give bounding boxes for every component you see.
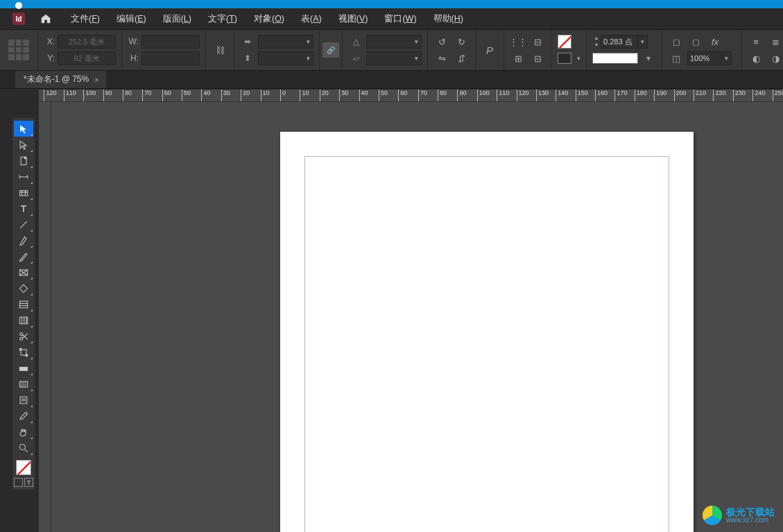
- document-tab-title: *未命名-1 @ 75%: [24, 74, 89, 85]
- stroke-swatch-icon[interactable]: [558, 53, 571, 64]
- watermark: 极光下载站 www.xz7.com: [703, 506, 775, 525]
- menu-view[interactable]: 视图(V): [332, 13, 375, 25]
- x-input[interactable]: 252.5 毫米: [58, 35, 116, 49]
- page-tool[interactable]: [14, 153, 33, 169]
- hand-tool[interactable]: [14, 424, 33, 440]
- document-tab[interactable]: *未命名-1 @ 75% ×: [15, 71, 106, 88]
- zoom-tool[interactable]: [14, 440, 33, 456]
- rotate-icon[interactable]: △: [348, 35, 363, 49]
- distribute-icon[interactable]: ⊞: [510, 51, 526, 66]
- line-tool[interactable]: [14, 216, 33, 232]
- text-wrap-around-icon[interactable]: ≣: [767, 34, 783, 49]
- shear-input[interactable]: [366, 51, 422, 65]
- app-logo-icon: Id: [12, 12, 25, 25]
- constrain-proportions-icon[interactable]: ⛓: [212, 42, 228, 58]
- opacity-icon[interactable]: ◫: [668, 51, 685, 66]
- canvas-area[interactable]: [51, 102, 783, 532]
- scale-x-icon[interactable]: ⬌: [240, 35, 255, 49]
- apply-color-icon[interactable]: [14, 478, 23, 487]
- menu-layout[interactable]: 版面(L): [156, 13, 198, 25]
- color-theme-tool[interactable]: [14, 408, 33, 424]
- menu-window[interactable]: 窗口(W): [377, 13, 423, 25]
- svg-rect-9: [26, 354, 27, 356]
- feather-icon[interactable]: ◑: [767, 51, 783, 66]
- distribute-vertical-icon[interactable]: ⊟: [529, 51, 546, 66]
- fill-swatch-none-icon[interactable]: [558, 35, 571, 49]
- svg-point-6: [20, 337, 23, 340]
- align-panel-icon[interactable]: ⋮⋮: [510, 34, 526, 49]
- stroke-style-dropdown-icon[interactable]: ▾: [641, 51, 656, 65]
- selection-tool[interactable]: [14, 121, 33, 137]
- menu-object[interactable]: 对象(O): [247, 13, 291, 25]
- rotate-ccw-icon[interactable]: ↺: [433, 34, 450, 49]
- step-up-icon[interactable]: ▲: [592, 35, 601, 42]
- scale-x-input[interactable]: [258, 35, 313, 49]
- pencil-tool[interactable]: [14, 248, 33, 264]
- home-icon[interactable]: [37, 10, 54, 27]
- clip-indicator-icon[interactable]: 🔗: [322, 42, 339, 58]
- menu-table[interactable]: 表(A): [294, 13, 329, 25]
- rectangle-frame-tool[interactable]: [14, 264, 33, 280]
- corner-options-icon[interactable]: ◻: [668, 34, 685, 49]
- vertical-ruler[interactable]: [39, 102, 51, 532]
- scale-y-icon[interactable]: ⬍: [240, 51, 255, 65]
- menu-help[interactable]: 帮助(H): [427, 13, 470, 25]
- svg-rect-12: [20, 397, 27, 404]
- fill-stroke-swatch[interactable]: [16, 460, 31, 475]
- pen-tool[interactable]: [14, 232, 33, 248]
- content-collector-tool[interactable]: [14, 185, 33, 200]
- gradient-feather-tool[interactable]: [14, 376, 33, 392]
- reference-point-selector[interactable]: [8, 40, 29, 60]
- scale-y-input[interactable]: [258, 51, 313, 65]
- stroke-weight-stepper[interactable]: ▲▼ ▾: [592, 34, 648, 49]
- watermark-line2: www.xz7.com: [726, 517, 775, 524]
- opacity-input[interactable]: [687, 51, 722, 65]
- y-input[interactable]: 92 毫米: [58, 51, 116, 65]
- effects-button[interactable]: fx: [707, 34, 723, 49]
- step-down-icon[interactable]: ▼: [592, 42, 601, 49]
- menu-file[interactable]: 文件(F): [64, 13, 107, 25]
- text-wrap-none-icon[interactable]: ≡: [748, 34, 764, 49]
- shear-icon[interactable]: ▱: [348, 51, 363, 65]
- scissors-tool[interactable]: [14, 328, 33, 344]
- stroke-weight-dropdown-icon[interactable]: ▾: [638, 35, 648, 49]
- swatch-dropdown-icon[interactable]: ▾: [577, 55, 580, 62]
- rectangle-tool[interactable]: [14, 280, 33, 296]
- note-tool[interactable]: [14, 392, 33, 408]
- svg-rect-8: [19, 348, 21, 350]
- gradient-swatch-tool[interactable]: [14, 360, 33, 376]
- rotate-cw-icon[interactable]: ↻: [453, 34, 470, 49]
- stroke-weight-input[interactable]: [601, 35, 638, 49]
- menu-type[interactable]: 文字(T): [201, 13, 244, 25]
- document-page[interactable]: [280, 132, 694, 532]
- menu-edit[interactable]: 编辑(E): [110, 13, 153, 25]
- horizontal-grid-tool[interactable]: [14, 296, 33, 312]
- rotate-input[interactable]: [366, 35, 422, 49]
- gap-tool[interactable]: [14, 169, 33, 185]
- opacity-dropdown-icon[interactable]: ▾: [722, 51, 732, 65]
- w-label: W:: [128, 37, 139, 46]
- w-input[interactable]: [141, 35, 200, 49]
- close-icon[interactable]: ×: [94, 76, 98, 84]
- watermark-line1: 极光下载站: [726, 507, 775, 517]
- h-label: H:: [128, 53, 139, 63]
- direct-selection-tool[interactable]: [14, 137, 33, 153]
- menu-bar: Id 文件(F) 编辑(E) 版面(L) 文字(T) 对象(O) 表(A) 视图…: [0, 8, 783, 29]
- drop-shadow-icon[interactable]: ◐: [748, 51, 764, 66]
- watermark-logo-icon: [703, 506, 722, 525]
- x-label: X:: [44, 37, 55, 46]
- flip-horizontal-icon[interactable]: ⇋: [433, 51, 450, 66]
- svg-rect-1: [19, 190, 27, 195]
- vertical-grid-tool[interactable]: [14, 312, 33, 328]
- stroke-style-preview[interactable]: [592, 53, 638, 64]
- type-tool[interactable]: [14, 200, 33, 216]
- horizontal-ruler[interactable]: 1301201101009080706050403020100102030405…: [39, 89, 783, 102]
- align-horizontal-icon[interactable]: ⊟: [529, 34, 546, 49]
- corner-rounded-icon[interactable]: ◻: [687, 34, 704, 49]
- h-input[interactable]: [141, 51, 200, 65]
- free-transform-tool[interactable]: [14, 344, 33, 360]
- flip-vertical-icon[interactable]: ⇵: [453, 51, 470, 66]
- apply-text-icon[interactable]: T: [24, 478, 33, 487]
- opacity-stepper[interactable]: ▾: [687, 51, 736, 66]
- clear-transform-icon[interactable]: P: [481, 42, 498, 58]
